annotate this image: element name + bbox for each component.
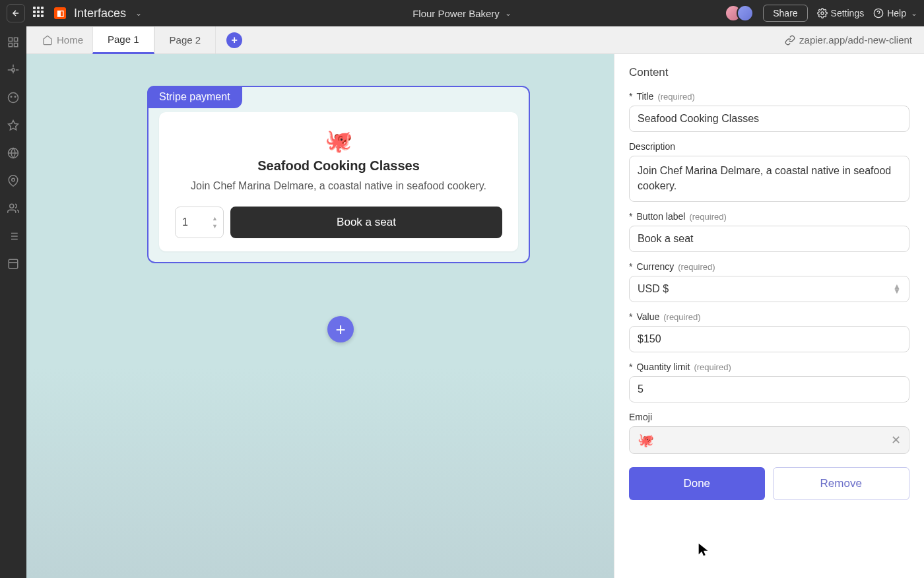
svg-marker-10 [9,121,18,130]
tab-label: Page 2 [170,34,201,46]
rail-item-globe[interactable] [7,146,20,160]
add-block-button[interactable]: + [327,316,354,342]
panel-section-title: Content [629,66,909,79]
content-panel: Content *Title (required) Description *B… [614,54,924,578]
value-input[interactable] [629,326,909,352]
top-bar: ◧ Interfaces ⌄ Flour Power Bakery ⌄ Shar… [0,0,924,26]
workspace: Home Page 1 Page 2 + zapier.app/add-new-… [26,26,924,578]
project-selector[interactable]: Flour Power Bakery ⌄ [412,8,512,19]
svg-rect-21 [9,259,18,269]
share-button[interactable]: Share [763,5,807,22]
select-caret-icon: ▲▼ [893,284,901,294]
svg-point-8 [11,96,12,98]
stepper-arrows-icon: ▲▼ [212,215,218,230]
collaborator-avatars[interactable] [730,5,754,22]
emoji-picker[interactable]: 🐙 ✕ [629,426,909,454]
card-description: Join Chef Marina Delmare, a coastal nati… [175,180,502,192]
globe-icon [7,147,19,159]
home-icon [42,35,53,46]
rail-item-panel[interactable] [7,257,20,271]
clear-emoji-button[interactable]: ✕ [891,433,901,447]
pin-icon [7,175,19,187]
currency-value: USD $ [638,283,669,295]
svg-point-14 [10,204,14,208]
apps-grid-button[interactable] [33,7,46,20]
link-icon [785,35,795,46]
rail-item-gear[interactable] [7,63,20,77]
emoji-label: Emoji [629,412,909,422]
tab-page-1[interactable]: Page 1 [92,27,154,54]
value-label: *Value (required) [629,311,909,322]
quantity-limit-input[interactable] [629,376,909,402]
rail-item-star[interactable] [7,119,20,132]
quantity-stepper[interactable]: 1 ▲▼ [175,207,224,238]
add-tab-button[interactable]: + [226,32,242,48]
chevron-down-icon: ⌄ [911,9,917,18]
svg-point-13 [12,178,15,181]
left-rail [0,26,26,578]
rail-item-users[interactable] [7,202,20,215]
svg-point-9 [15,96,16,98]
help-icon [873,8,884,18]
panel-icon [7,258,19,270]
description-input[interactable] [629,156,909,202]
title-input[interactable] [629,106,909,132]
avatar [737,5,754,22]
rail-item-palette[interactable] [7,91,20,104]
canvas[interactable]: Stripe payment 🐙 Seafood Cooking Classes… [26,54,614,578]
rail-item-list[interactable] [7,230,20,243]
product-name: Interfaces [74,7,126,20]
list-icon [7,230,19,242]
button-label-label: *Button label (required) [629,211,909,222]
quantity-limit-label: *Quantity limit (required) [629,362,909,372]
palette-icon [7,92,19,104]
gear-icon [817,8,828,18]
svg-rect-3 [15,38,18,41]
book-button[interactable]: Book a seat [230,207,502,238]
gear-icon [7,64,19,76]
svg-rect-4 [15,44,18,47]
stripe-payment-component[interactable]: Stripe payment 🐙 Seafood Cooking Classes… [147,86,530,263]
help-button[interactable]: Help ⌄ [873,8,917,18]
description-label: Description [629,141,909,152]
rail-item-pin[interactable] [7,174,20,187]
currency-select[interactable]: USD $ ▲▼ [629,276,909,302]
layout-icon [7,36,19,48]
page-url[interactable]: zapier.app/add-new-client [785,34,917,46]
home-tab[interactable]: Home [33,26,92,53]
component-badge: Stripe payment [147,86,242,108]
svg-rect-2 [9,38,12,41]
url-text: zapier.app/add-new-client [799,34,912,46]
settings-button[interactable]: Settings [817,8,865,18]
project-name: Flour Power Bakery [412,8,500,19]
users-icon [7,203,19,214]
currency-label: *Currency (required) [629,261,909,272]
svg-point-7 [9,93,18,103]
product-logo-icon: ◧ [54,7,66,19]
card-title: Seafood Cooking Classes [175,158,502,174]
done-button[interactable]: Done [629,467,765,500]
rail-item-layout[interactable] [7,36,20,49]
tab-label: Page 1 [108,34,139,45]
remove-button[interactable]: Remove [773,467,910,500]
svg-rect-5 [9,44,12,47]
tab-page-2[interactable]: Page 2 [154,26,216,53]
arrow-left-icon [11,9,20,18]
tab-bar: Home Page 1 Page 2 + zapier.app/add-new-… [26,26,924,54]
star-icon [7,119,19,131]
quantity-value: 1 [182,216,188,228]
back-button[interactable] [7,4,25,22]
title-label: *Title (required) [629,91,909,102]
card-emoji: 🐙 [175,129,502,152]
svg-point-0 [821,12,824,15]
payment-card: 🐙 Seafood Cooking Classes Join Chef Mari… [159,112,518,251]
product-dropdown[interactable]: ⌄ [135,9,142,18]
chevron-down-icon: ⌄ [505,9,512,18]
home-tab-label: Home [57,34,83,46]
help-label: Help [887,8,906,18]
button-label-input[interactable] [629,226,909,252]
settings-label: Settings [831,8,865,18]
emoji-value: 🐙 [638,432,654,448]
